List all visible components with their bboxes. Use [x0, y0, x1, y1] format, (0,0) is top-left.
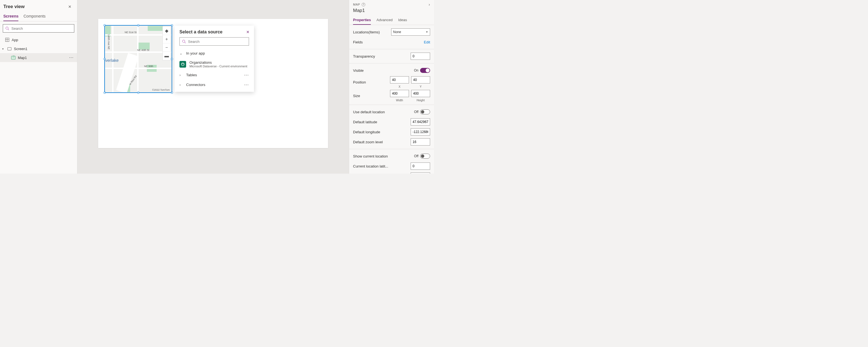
- tab-components[interactable]: Components: [23, 14, 45, 21]
- tab-advanced[interactable]: Advanced: [376, 15, 393, 25]
- tree-label: Screen1: [14, 47, 27, 51]
- current-location-toggle[interactable]: [420, 154, 430, 159]
- visible-toggle[interactable]: [420, 68, 430, 73]
- prop-label: Use default location: [353, 110, 385, 114]
- toggle-state: Off: [414, 154, 418, 158]
- tab-ideas[interactable]: Ideas: [398, 15, 407, 25]
- app-icon: [5, 38, 9, 42]
- prop-label: Transparency: [353, 54, 375, 58]
- sublabel: Width: [390, 99, 409, 102]
- default-latitude-input[interactable]: [411, 118, 430, 126]
- tree-label: App: [12, 38, 18, 42]
- default-location-toggle[interactable]: [420, 109, 430, 114]
- resize-handle[interactable]: [171, 58, 173, 60]
- search-icon: [5, 26, 9, 30]
- zoom-out-button[interactable]: −: [163, 43, 170, 52]
- locations-select[interactable]: None ▼: [391, 28, 430, 36]
- close-icon[interactable]: ✕: [67, 3, 72, 10]
- tree-search-box[interactable]: [3, 24, 74, 33]
- map-zoom-controls: ◆ + − ▬: [162, 26, 171, 60]
- prop-label: Default latitude: [353, 120, 377, 124]
- map-copyright: ©2022 TomTom: [152, 89, 170, 91]
- default-zoom-input[interactable]: [411, 138, 430, 146]
- sublabel: Y: [411, 85, 430, 88]
- resize-handle[interactable]: [171, 92, 173, 94]
- svg-line-3: [185, 42, 186, 43]
- pitch-button[interactable]: ▬: [163, 52, 170, 60]
- screen-icon: [7, 47, 11, 51]
- current-longitude-input[interactable]: [411, 172, 430, 174]
- tree-view-tabs: Screens Components: [0, 11, 77, 22]
- tree-item-screen[interactable]: ▾ Screen1: [0, 44, 77, 53]
- dataverse-icon: [180, 61, 186, 68]
- canvas-area: NE 51st St NE 40th St NE 30th 148th Ave …: [78, 0, 349, 174]
- prop-label: Default longitude: [353, 130, 380, 134]
- help-icon[interactable]: ?: [362, 3, 365, 6]
- tree-search-input[interactable]: [11, 26, 72, 31]
- datasource-sub: Microsoft Dataverse - Current environmen…: [189, 65, 247, 68]
- map-icon: [11, 56, 16, 60]
- resize-handle[interactable]: [103, 24, 106, 26]
- resize-handle[interactable]: [103, 92, 106, 94]
- datasource-search-input[interactable]: [188, 39, 247, 44]
- size-height-input[interactable]: [411, 90, 430, 97]
- section-connectors[interactable]: › Connectors ···: [175, 80, 254, 90]
- tab-properties[interactable]: Properties: [353, 15, 371, 25]
- tree-item-app[interactable]: App: [0, 35, 77, 44]
- prop-label: Current location latit...: [353, 164, 388, 168]
- prop-label: Visible: [353, 68, 364, 73]
- resize-handle[interactable]: [103, 58, 106, 60]
- more-icon[interactable]: ···: [244, 83, 249, 87]
- road-label: NE 51st St: [125, 31, 136, 34]
- section-tables[interactable]: › Tables ···: [175, 70, 254, 80]
- default-longitude-input[interactable]: [411, 128, 430, 135]
- prop-label: Fields: [353, 40, 363, 44]
- transparency-input[interactable]: [411, 53, 430, 60]
- tree-item-map[interactable]: Map1 ···: [0, 53, 77, 62]
- chevron-down-icon: ▼: [426, 31, 428, 33]
- search-icon: [182, 39, 186, 43]
- compass-icon[interactable]: ◆: [163, 27, 170, 35]
- popover-title: Select a data source: [180, 30, 223, 34]
- sublabel: X: [390, 85, 409, 88]
- close-icon[interactable]: ✕: [246, 30, 250, 34]
- zoom-in-button[interactable]: +: [163, 35, 170, 43]
- data-source-popover: Select a data source ✕ ⌄ In your app Org…: [175, 26, 254, 92]
- datasource-organizations[interactable]: Organizations Microsoft Dataverse - Curr…: [175, 58, 254, 70]
- more-icon[interactable]: ···: [69, 56, 74, 60]
- city-label: verlake: [105, 58, 119, 63]
- chevron-right-icon: ›: [180, 73, 183, 77]
- road-label: NE 30th: [144, 65, 153, 68]
- chevron-right-icon: ›: [180, 83, 183, 87]
- resize-handle[interactable]: [137, 24, 140, 26]
- map-surface[interactable]: NE 51st St NE 40th St NE 30th 148th Ave …: [105, 26, 172, 92]
- resize-handle[interactable]: [137, 92, 140, 94]
- tree-label: Map1: [18, 56, 27, 60]
- map-control[interactable]: NE 51st St NE 40th St NE 30th 148th Ave …: [104, 25, 172, 93]
- section-in-your-app[interactable]: ⌄ In your app: [175, 49, 254, 58]
- size-width-input[interactable]: [390, 90, 409, 97]
- position-x-input[interactable]: [390, 76, 409, 84]
- chevron-down-icon[interactable]: ▾: [2, 47, 5, 51]
- position-y-input[interactable]: [411, 76, 430, 84]
- expand-icon[interactable]: ›: [429, 2, 430, 7]
- more-icon[interactable]: ···: [244, 73, 249, 77]
- toggle-state: On: [414, 68, 418, 72]
- edit-fields-button[interactable]: Edit: [424, 40, 430, 44]
- datasource-search-box[interactable]: [180, 37, 249, 45]
- tab-screens[interactable]: Screens: [3, 14, 18, 21]
- prop-label: Position: [353, 80, 366, 84]
- prop-label: Default zoom level: [353, 140, 383, 144]
- tree-view-panel: Tree view ✕ Screens Components App ▾ Scr…: [0, 0, 78, 174]
- prop-label: Size: [353, 94, 360, 98]
- svg-point-0: [6, 27, 8, 30]
- datasource-name: Organizations: [189, 60, 247, 65]
- chevron-down-icon: ⌄: [180, 51, 183, 55]
- properties-tabs: Properties Advanced Ideas: [349, 15, 434, 25]
- properties-panel: MAP ? › Map1 Properties Advanced Ideas L…: [349, 0, 434, 174]
- tree-view-title: Tree view: [3, 4, 25, 9]
- resize-handle[interactable]: [171, 24, 173, 26]
- control-name[interactable]: Map1: [353, 7, 430, 15]
- current-latitude-input[interactable]: [411, 162, 430, 170]
- artboard[interactable]: NE 51st St NE 40th St NE 30th 148th Ave …: [98, 19, 328, 148]
